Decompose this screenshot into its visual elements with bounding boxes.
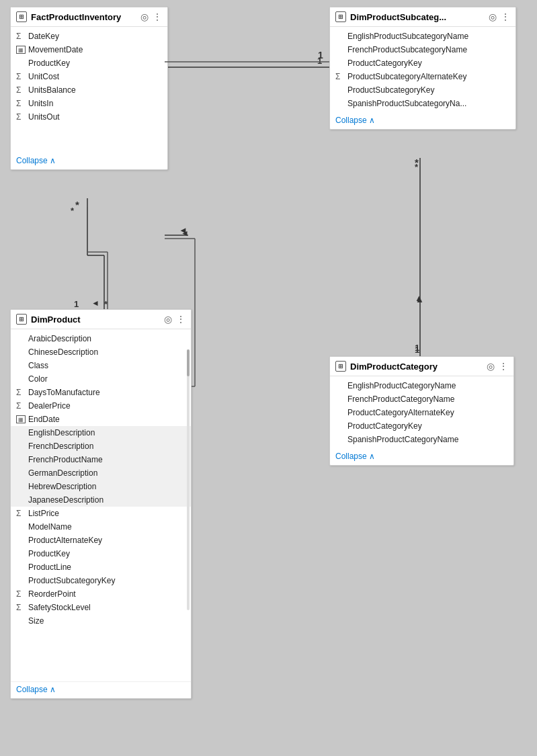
field-dealerprice: Σ DealerPrice <box>11 399 191 413</box>
svg-text:1: 1 <box>318 50 323 60</box>
field-unitcost: Σ UnitCost <box>11 70 167 83</box>
fact-field-list: Σ DateKey ▦ MovementDate ProductKey Σ Un… <box>11 27 167 126</box>
fact-collapse-arrow: ∧ <box>50 156 56 165</box>
field-english-categ: EnglishProductCategoryName <box>330 379 513 392</box>
svg-text:*: * <box>415 157 419 168</box>
svg-text:*: * <box>104 299 108 309</box>
field-frenchproductname: FrenchProductName <box>11 453 191 466</box>
field-french-subcateg: FrenchProductSubcategoryName <box>330 43 515 56</box>
dimproduct-scrollbar-thumb <box>187 349 190 376</box>
field-chinese: ChineseDescription <box>11 345 191 359</box>
fact-header-actions: ◎ ⋮ <box>140 11 162 22</box>
table-dim-product-category: ⊞ DimProductCategory ◎ ⋮ EnglishProductC… <box>329 356 514 466</box>
sigma-unitcost: Σ <box>16 72 26 81</box>
subcateg-header-actions: ◎ ⋮ <box>489 11 510 22</box>
svg-text:*: * <box>71 206 75 216</box>
field-productalternatekey: ProductAlternateKey <box>11 534 191 547</box>
subcateg-collapse-text: Collapse <box>335 116 367 125</box>
svg-text:◄: ◄ <box>179 225 188 235</box>
fact-collapse-link[interactable]: Collapse ∧ <box>11 153 167 169</box>
field-color: Color <box>11 372 191 386</box>
field-productcategorykey-subcateg: ProductCategoryKey <box>330 56 515 70</box>
table-header-subcateg: ⊞ DimProductSubcateg... ◎ ⋮ <box>330 7 515 27</box>
sigma-datekey: Σ <box>16 32 26 41</box>
field-french-categ: FrenchProductCategoryName <box>330 392 513 406</box>
field-name-unitsin: UnitsIn <box>28 99 53 108</box>
field-subcateg-altkey: Σ ProductSubcategoryAlternateKey <box>330 70 515 83</box>
category-collapse-arrow: ∧ <box>369 452 375 461</box>
field-english-subcateg: EnglishProductSubcategoryName <box>330 30 515 43</box>
field-movementdate: ▦ MovementDate <box>11 43 167 56</box>
sigma-unitsout: Σ <box>16 112 26 122</box>
dimproduct-collapse-link[interactable]: Collapse ∧ <box>11 681 191 698</box>
field-spanish-subcateg: SpanishProductSubcategoryNa... <box>330 97 515 110</box>
field-reorderpoint: Σ ReorderPoint <box>11 587 191 601</box>
category-header-actions: ◎ ⋮ <box>487 361 508 372</box>
field-size: Size <box>11 614 191 628</box>
field-name-movementdate: MovementDate <box>28 45 83 54</box>
field-class: Class <box>11 359 191 372</box>
subcateg-table-title: DimProductSubcateg... <box>350 12 485 22</box>
field-name-unitsout: UnitsOut <box>28 112 60 122</box>
field-name-productkey-fact: ProductKey <box>28 58 70 68</box>
dimproduct-header-actions: ◎ ⋮ <box>164 314 185 325</box>
category-dots-icon[interactable]: ⋮ <box>499 361 508 372</box>
field-name-unitcost: UnitCost <box>28 72 59 81</box>
dimproduct-scrollbar[interactable] <box>187 349 190 610</box>
svg-text:▲: ▲ <box>415 294 424 304</box>
field-unitsbalance: Σ UnitsBalance <box>11 83 167 97</box>
field-productkey-fact: ProductKey <box>11 56 167 70</box>
dimproduct-dots-icon[interactable]: ⋮ <box>176 314 185 325</box>
dimproduct-table-title: DimProduct <box>31 314 160 325</box>
svg-text:◄: ◄ <box>181 228 189 238</box>
calendar-movementdate: ▦ <box>16 46 26 54</box>
svg-text:▲: ▲ <box>415 293 423 303</box>
field-subcategkey: ProductSubcategoryKey <box>330 83 515 97</box>
svg-text:1: 1 <box>415 345 419 355</box>
table-fact-product-inventory: ⊞ FactProductInventory ◎ ⋮ Σ DateKey ▦ M… <box>10 7 168 170</box>
sigma-unitsin: Σ <box>16 99 26 108</box>
dimproduct-field-list: ArabicDescription ChineseDescription Cla… <box>11 329 191 630</box>
fact-dots-icon[interactable]: ⋮ <box>153 11 162 22</box>
field-name-datekey: DateKey <box>28 32 59 41</box>
field-germandesc: GermanDescription <box>11 466 191 480</box>
svg-text:1: 1 <box>74 299 79 309</box>
field-listprice: Σ ListPrice <box>11 507 191 520</box>
svg-text:1: 1 <box>415 343 419 353</box>
category-table-title: DimProductCategory <box>350 362 483 372</box>
svg-text:*: * <box>75 199 79 210</box>
dimproduct-collapse-arrow: ∧ <box>50 685 56 694</box>
subcateg-collapse-arrow: ∧ <box>369 116 375 125</box>
field-daystomanufacture: Σ DaysToManufacture <box>11 386 191 399</box>
subcateg-collapse-link[interactable]: Collapse ∧ <box>330 113 515 129</box>
dimproduct-eye-icon[interactable]: ◎ <box>164 314 172 325</box>
fact-collapse-text: Collapse <box>16 156 48 165</box>
fact-table-title: FactProductInventory <box>31 12 136 22</box>
field-productline: ProductLine <box>11 560 191 574</box>
table-icon-fact: ⊞ <box>16 11 27 22</box>
field-categorykey: ProductCategoryKey <box>330 419 513 433</box>
field-unitsout: Σ UnitsOut <box>11 110 167 124</box>
category-collapse-link[interactable]: Collapse ∧ <box>330 449 513 465</box>
field-categ-altkey: ProductCategoryAlternateKey <box>330 406 513 419</box>
field-productkey-dim: ProductKey <box>11 547 191 560</box>
field-enddate: ▦ EndDate <box>11 413 191 426</box>
svg-text:1: 1 <box>317 56 322 66</box>
category-field-list: EnglishProductCategoryName FrenchProduct… <box>330 376 513 449</box>
category-eye-icon[interactable]: ◎ <box>487 361 495 372</box>
table-icon-category: ⊞ <box>335 361 346 372</box>
subcateg-dots-icon[interactable]: ⋮ <box>501 11 510 22</box>
field-frenchdesc: FrenchDescription <box>11 439 191 453</box>
subcateg-eye-icon[interactable]: ◎ <box>489 11 497 22</box>
field-safetystocklevel: Σ SafetyStockLevel <box>11 601 191 614</box>
field-spanish-categ: SpanishProductCategoryName <box>330 433 513 446</box>
svg-text:*: * <box>415 162 419 172</box>
field-datekey: Σ DateKey <box>11 30 167 43</box>
svg-text:◄: ◄ <box>91 298 99 308</box>
table-header-category: ⊞ DimProductCategory ◎ ⋮ <box>330 357 513 376</box>
field-unitsin: Σ UnitsIn <box>11 97 167 110</box>
fact-eye-icon[interactable]: ◎ <box>140 11 149 22</box>
subcateg-field-list: EnglishProductSubcategoryName FrenchProd… <box>330 27 515 113</box>
dimproduct-collapse-text: Collapse <box>16 685 48 694</box>
table-header-dimproduct: ⊞ DimProduct ◎ ⋮ <box>11 310 191 329</box>
